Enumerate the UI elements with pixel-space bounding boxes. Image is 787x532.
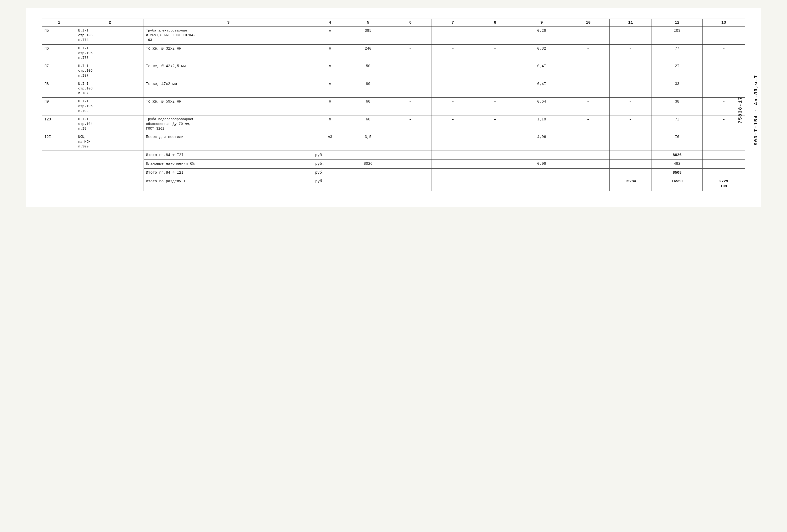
row-col12: I6 bbox=[652, 133, 703, 151]
summary-unit-2: руб. bbox=[313, 159, 347, 169]
final-c11-1 bbox=[609, 169, 652, 177]
row-col10: – bbox=[567, 62, 609, 80]
summary-c7-2: – bbox=[431, 159, 474, 169]
row-col9: 4,96 bbox=[516, 133, 567, 151]
side-label-top: 903-I-154 · Ал.ЛП,ч.I bbox=[753, 75, 759, 145]
row-col10: – bbox=[567, 80, 609, 97]
final-c11-2: I5284 bbox=[609, 177, 652, 191]
row-id: П9 bbox=[42, 97, 76, 115]
row-unit: м bbox=[313, 27, 347, 45]
row-qty: 240 bbox=[347, 44, 389, 62]
summary-empty-2 bbox=[76, 151, 144, 159]
row-col7: – bbox=[431, 27, 474, 45]
row-col10: – bbox=[567, 133, 609, 151]
row-unit: м bbox=[313, 80, 347, 97]
page-container: 903-I-154 · Ал.ЛП,ч.I 75838-17 1 2 3 4 bbox=[26, 8, 761, 207]
row-col9: 0,64 bbox=[516, 97, 567, 115]
row-col7: – bbox=[431, 115, 474, 133]
row-col11: – bbox=[609, 115, 652, 133]
row-unit: м bbox=[313, 97, 347, 115]
final-c6-2 bbox=[389, 177, 431, 191]
row-ref: Ц.I-I стр.I06 п.I74 bbox=[76, 27, 144, 45]
summary-c8-1 bbox=[474, 151, 516, 159]
row-ref: Ц.I-I стр.I06 п.I87 bbox=[76, 62, 144, 80]
row-col12: 77 bbox=[652, 44, 703, 62]
col-header-10: 10 bbox=[567, 19, 609, 27]
col-header-5: 5 bbox=[347, 19, 389, 27]
row-col11: – bbox=[609, 44, 652, 62]
final-c12-1: 8508 bbox=[652, 169, 703, 177]
table-row: П8 Ц.I-I стр.I06 п.I87 То же, 47х2 мм м … bbox=[42, 80, 745, 97]
row-qty: 60 bbox=[347, 97, 389, 115]
col-header-9: 9 bbox=[516, 19, 567, 27]
final-empty-2b bbox=[76, 177, 144, 191]
final-c9-2 bbox=[516, 177, 567, 191]
row-id: I2I bbox=[42, 133, 76, 151]
final-unit-1: руб. bbox=[313, 169, 347, 177]
table-row: П6 Ц.I-I стр.I06 п.I77 То же, Ø 32х2 мм … bbox=[42, 44, 745, 62]
row-col6: – bbox=[389, 80, 431, 97]
side-label-bottom: 75838-17 bbox=[738, 96, 743, 123]
final-c6-1 bbox=[389, 169, 431, 177]
row-id: П6 bbox=[42, 44, 76, 62]
col-header-1: 1 bbox=[42, 19, 76, 27]
col-header-2: 2 bbox=[76, 19, 144, 27]
summary-unit-1: руб. bbox=[313, 151, 347, 159]
row-col10: – bbox=[567, 97, 609, 115]
col-header-11: 11 bbox=[609, 19, 652, 27]
row-col9: 0,32 bbox=[516, 44, 567, 62]
row-col11: – bbox=[609, 80, 652, 97]
col-header-4: 4 bbox=[313, 19, 347, 27]
summary-c8-2: – bbox=[474, 159, 516, 169]
final-label-2: Итого по разделу I bbox=[144, 177, 313, 191]
final-c8-2 bbox=[474, 177, 516, 191]
summary-c12-1: 8026 bbox=[652, 151, 703, 159]
row-col9: 0,4I bbox=[516, 62, 567, 80]
row-col6: – bbox=[389, 44, 431, 62]
summary-c11-1 bbox=[609, 151, 652, 159]
final-c5-1 bbox=[347, 169, 389, 177]
row-id: П5 bbox=[42, 27, 76, 45]
table-row: I2I ЦСЦ на МСМ п.300 Песок для постели м… bbox=[42, 133, 745, 151]
row-desc: То же, Ø 32х2 мм bbox=[144, 44, 313, 62]
row-qty: 395 bbox=[347, 27, 389, 45]
row-col9: 0,26 bbox=[516, 27, 567, 45]
row-id: П7 bbox=[42, 62, 76, 80]
final-empty-1b bbox=[42, 177, 76, 191]
row-desc: То же, Ø 42х2,5 мм bbox=[144, 62, 313, 80]
row-col12: 7I bbox=[652, 115, 703, 133]
row-col12: 2I bbox=[652, 62, 703, 80]
row-col11: – bbox=[609, 27, 652, 45]
row-desc: То же, 47х2 мм bbox=[144, 80, 313, 97]
row-qty: 50 bbox=[347, 62, 389, 80]
summary-label-1: Итого пп.84 ÷ I2I bbox=[144, 151, 313, 159]
row-unit: м bbox=[313, 115, 347, 133]
row-col8: – bbox=[474, 44, 516, 62]
row-col9: 0,4I bbox=[516, 80, 567, 97]
row-ref: Ц.I-I стр.I06 п.I92 bbox=[76, 97, 144, 115]
final-c7-1 bbox=[431, 169, 474, 177]
row-col8: – bbox=[474, 80, 516, 97]
row-qty: 60 bbox=[347, 115, 389, 133]
row-col11: – bbox=[609, 62, 652, 80]
row-col10: – bbox=[567, 27, 609, 45]
summary-c6-2: – bbox=[389, 159, 431, 169]
row-col8: – bbox=[474, 115, 516, 133]
summary-empty-2b bbox=[76, 159, 144, 169]
row-qty: 80 bbox=[347, 80, 389, 97]
final-row-1: Итого пп.84 ÷ I2I руб. 8508 bbox=[42, 169, 745, 177]
summary-empty-1b bbox=[42, 159, 76, 169]
row-col6: – bbox=[389, 115, 431, 133]
row-unit: м3 bbox=[313, 133, 347, 151]
row-col8: – bbox=[474, 97, 516, 115]
col-header-6: 6 bbox=[389, 19, 431, 27]
row-desc: Труба электросварная Ø 26хI,8 мм, ГОСТ I… bbox=[144, 27, 313, 45]
col-header-3: 3 bbox=[144, 19, 313, 27]
final-label-1: Итого пп.84 ÷ I2I bbox=[144, 169, 313, 177]
row-col7: – bbox=[431, 62, 474, 80]
summary-c11-2: – bbox=[609, 159, 652, 169]
row-col8: – bbox=[474, 27, 516, 45]
table-row: П9 Ц.I-I стр.I06 п.I92 То же, Ø 59х2 мм … bbox=[42, 97, 745, 115]
final-unit-2: руб. bbox=[313, 177, 347, 191]
col-header-7: 7 bbox=[431, 19, 474, 27]
